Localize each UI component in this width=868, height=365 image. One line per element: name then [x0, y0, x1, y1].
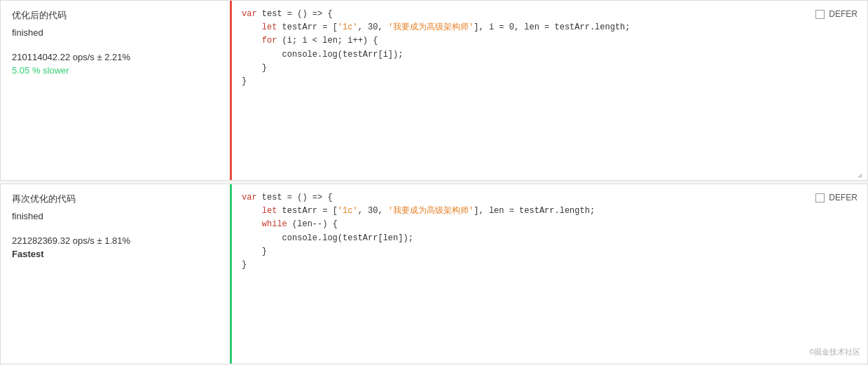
defer-checkbox-2[interactable]	[815, 193, 825, 202]
code-line-1-3: console.log(testArr[i]);	[242, 48, 857, 62]
left-panel-2: 再次优化的代码 finished 221282369.32 ops/s ± 1.…	[1, 184, 232, 364]
watermark: ©掘金技术社区	[809, 347, 860, 359]
code-line-1-5: }	[242, 75, 857, 88]
panel-2: 再次优化的代码 finished 221282369.32 ops/s ± 1.…	[0, 184, 868, 364]
code-line-2-1: let testArr = ['1c', 30, '我要成为高级架构师'], l…	[242, 205, 857, 218]
status-1: finished	[12, 27, 219, 38]
code-line-1-0: var test = () => {	[242, 8, 857, 21]
code-line-1-4: }	[242, 62, 857, 75]
status-2: finished	[12, 211, 219, 221]
right-panel-1: DEFER var test = () => { let testArr = […	[232, 1, 867, 180]
ops-1: 210114042.22 ops/s ± 2.21%	[12, 52, 219, 62]
panel-title-1: 优化后的代码	[12, 9, 219, 22]
perf-2: Fastest	[12, 249, 219, 259]
code-block-2: var test = () => { let testArr = ['1c', …	[242, 191, 857, 272]
panel-1: 优化后的代码 finished 210114042.22 ops/s ± 2.2…	[0, 0, 868, 181]
code-line-1-1: let testArr = ['1c', 30, '我要成为高级架构师'], i…	[242, 21, 857, 34]
code-line-1-2: for (i; i < len; i++) {	[242, 34, 857, 48]
right-panel-2: DEFER var test = () => { let testArr = […	[232, 184, 867, 364]
defer-label-2: DEFER	[829, 191, 857, 205]
defer-area-1: DEFER	[815, 8, 857, 21]
defer-checkbox-1[interactable]	[815, 10, 825, 19]
main-container: 优化后的代码 finished 210114042.22 ops/s ± 2.2…	[0, 0, 868, 364]
ops-2: 221282369.32 ops/s ± 1.81%	[12, 235, 219, 246]
code-line-2-2: while (len--) {	[242, 218, 857, 231]
defer-label-1: DEFER	[829, 8, 857, 21]
perf-1: 5.05 % slower	[12, 65, 219, 76]
panel-title-2: 再次优化的代码	[12, 193, 219, 205]
code-line-2-5: }	[242, 259, 857, 272]
resize-handle-1[interactable]: ◢	[857, 170, 864, 177]
code-line-2-3: console.log(testArr[len]);	[242, 232, 857, 245]
code-line-2-4: }	[242, 245, 857, 259]
defer-area-2: DEFER	[815, 191, 857, 205]
code-line-2-0: var test = () => {	[242, 191, 857, 205]
left-panel-1: 优化后的代码 finished 210114042.22 ops/s ± 2.2…	[1, 1, 232, 180]
code-block-1: var test = () => { let testArr = ['1c', …	[242, 8, 857, 88]
